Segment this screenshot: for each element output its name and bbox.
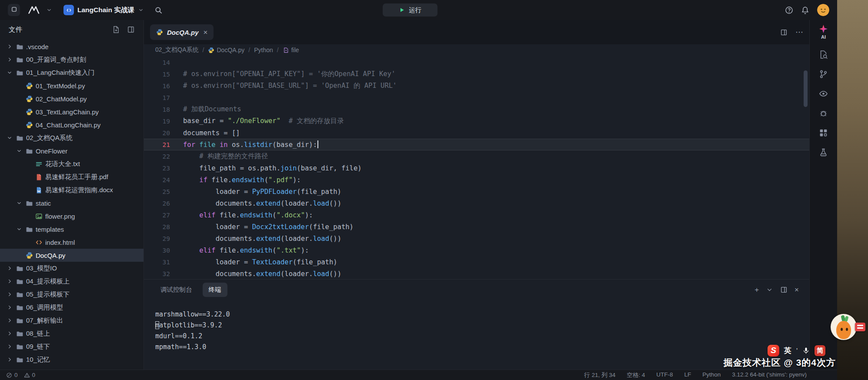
bell-icon[interactable]	[801, 6, 809, 14]
code-line[interactable]: 26 documents.extend(loader.load())	[144, 197, 809, 209]
line-number[interactable]: 14	[144, 59, 183, 66]
code-line[interactable]: 28 loader = Docx2txtLoader(file_path)	[144, 221, 809, 233]
code-line[interactable]: 27 elif file.endswith(".docx"):	[144, 209, 809, 221]
tree-item[interactable]: 03_TextLangChain.py	[0, 105, 144, 118]
sogou-logo-icon[interactable]: S	[768, 345, 779, 357]
chevron-down-icon[interactable]	[46, 7, 52, 13]
code-line[interactable]: 19base_dir = "./OneFlower" # 文档的存放目录	[144, 115, 809, 127]
activity-item-ai-assistant[interactable]: AI	[819, 24, 828, 40]
tree-item[interactable]: .vscode	[0, 40, 144, 53]
tree-item[interactable]: 04_提示模板上	[0, 275, 144, 288]
line-number[interactable]: 16	[144, 83, 183, 90]
split-editor-icon[interactable]	[780, 29, 788, 36]
tree-item[interactable]: 01_LangChain快速入门	[0, 66, 144, 79]
line-number[interactable]: 26	[144, 200, 183, 207]
line-number[interactable]: 22	[144, 153, 183, 160]
avatar[interactable]	[817, 4, 829, 16]
line-number[interactable]: 15	[144, 71, 183, 78]
tree-item[interactable]: templates	[0, 223, 144, 236]
code-line[interactable]: 14	[144, 57, 809, 68]
activity-item-source-control[interactable]	[819, 70, 828, 79]
code-line[interactable]: 25 loader = PyPDFLoader(file_path)	[144, 186, 809, 197]
tree-item[interactable]: 05_提示模板下	[0, 288, 144, 301]
line-number[interactable]: 28	[144, 223, 183, 230]
ime-simplified[interactable]: 简	[815, 345, 825, 356]
code-line[interactable]: 21for file in os.listdir(base_dir):	[144, 139, 809, 150]
new-terminal-icon[interactable]: +	[754, 286, 759, 293]
tree-item[interactable]: 06_调用模型	[0, 301, 144, 314]
tree-item[interactable]: 花语大全.txt	[0, 157, 144, 170]
breadcrumb-item[interactable]: Python	[254, 47, 273, 53]
code-editor[interactable]: 1415# os.environ["OPENAI_API_KEY"] = '你的…	[144, 56, 809, 279]
tree-item[interactable]: 02_ChatModel.py	[0, 92, 144, 105]
activity-item-preview[interactable]	[819, 89, 828, 98]
tree-item[interactable]: 00_开篇词_奇点时刻	[0, 53, 144, 66]
run-button[interactable]: 运行	[383, 3, 437, 17]
tree-item[interactable]: 08_链上	[0, 327, 144, 340]
tree-item[interactable]: 03_模型IO	[0, 262, 144, 275]
errors-indicator[interactable]: 0	[6, 372, 18, 378]
tree-item[interactable]: DocQA.py	[0, 249, 144, 262]
tree-item[interactable]: 易速鲜花运营指南.docx	[0, 183, 144, 197]
line-number[interactable]: 30	[144, 247, 183, 254]
warnings-indicator[interactable]: 0	[24, 372, 36, 378]
editor-scrollbar[interactable]	[804, 70, 808, 107]
activity-item-extensions[interactable]	[819, 128, 828, 137]
open-editors-icon[interactable]	[127, 26, 135, 33]
line-number[interactable]: 31	[144, 259, 183, 266]
activity-item-search-files[interactable]	[819, 50, 828, 59]
more-actions-icon[interactable]: ⋯	[795, 28, 803, 36]
breadcrumb-item[interactable]: DocQA.py	[208, 47, 244, 53]
code-line[interactable]: 24 if file.endswith(".pdf"):	[144, 174, 809, 186]
line-number[interactable]: 18	[144, 106, 183, 113]
tree-item[interactable]: 01_TextModel.py	[0, 79, 144, 92]
new-file-icon[interactable]	[112, 26, 120, 33]
tree-item[interactable]: static	[0, 197, 144, 210]
code-line[interactable]: 17	[144, 92, 809, 103]
code-line[interactable]: 32 documents.extend(loader.load())	[144, 268, 809, 279]
ime-language[interactable]: 英	[784, 346, 791, 356]
line-number[interactable]: 19	[144, 118, 183, 125]
code-line[interactable]: 23 file_path = os.path.join(base_dir, fi…	[144, 162, 809, 174]
tree-item[interactable]: 易速鲜花员工手册.pdf	[0, 170, 144, 183]
code-line[interactable]: 30 elif file.endswith(".txt"):	[144, 244, 809, 256]
activity-item-debug[interactable]	[819, 109, 828, 118]
line-number[interactable]: 20	[144, 130, 183, 137]
tree-item[interactable]: flower.png	[0, 210, 144, 223]
mini-widget[interactable]	[855, 323, 865, 331]
mascot-sticker[interactable]	[831, 314, 857, 340]
help-icon[interactable]	[785, 6, 793, 14]
status-item[interactable]: 3.12.2 64-bit ('shims': pyenv)	[732, 371, 807, 379]
panel-tab[interactable]: 终端	[203, 283, 227, 297]
tree-item[interactable]: 02_文档QA系统	[0, 131, 144, 144]
line-number[interactable]: 24	[144, 177, 183, 183]
app-menu-button[interactable]	[8, 4, 20, 16]
line-number[interactable]: 25	[144, 188, 183, 195]
code-line[interactable]: 22 # 构建完整的文件路径	[144, 150, 809, 162]
code-line[interactable]: 20documents = []	[144, 127, 809, 139]
tree-item[interactable]: OneFlower	[0, 144, 144, 157]
breadcrumb-item[interactable]: file	[283, 47, 299, 53]
line-number[interactable]: 21	[144, 141, 183, 148]
close-icon[interactable]: ×	[204, 29, 208, 36]
activity-item-testing[interactable]	[819, 148, 828, 157]
search-icon[interactable]	[154, 6, 163, 14]
status-item[interactable]: 空格: 4	[627, 371, 645, 379]
trae-logo-icon[interactable]	[28, 6, 41, 14]
close-panel-icon[interactable]: ×	[795, 286, 799, 293]
status-item[interactable]: Python	[702, 371, 721, 379]
code-line[interactable]: 18# 加载Documents	[144, 103, 809, 115]
tree-item[interactable]: 07_解析输出	[0, 314, 144, 327]
line-number[interactable]: 32	[144, 270, 183, 277]
split-panel-icon[interactable]	[780, 286, 788, 293]
status-item[interactable]: UTF-8	[656, 371, 673, 379]
status-item[interactable]: LF	[684, 371, 691, 379]
microphone-icon[interactable]	[802, 347, 810, 354]
tab-docqa[interactable]: DocQA.py ×	[150, 24, 214, 40]
line-number[interactable]: 27	[144, 212, 183, 219]
code-line[interactable]: 15# os.environ["OPENAI_API_KEY"] = '你的Op…	[144, 68, 809, 80]
code-line[interactable]: 16# os.environ["OPENAI_BASE_URL"] = 'Ope…	[144, 80, 809, 92]
tree-item[interactable]: 10_记忆	[0, 353, 144, 366]
tree-item[interactable]: 04_ChatLongChain.py	[0, 118, 144, 131]
tree-item[interactable]: index.html	[0, 236, 144, 249]
